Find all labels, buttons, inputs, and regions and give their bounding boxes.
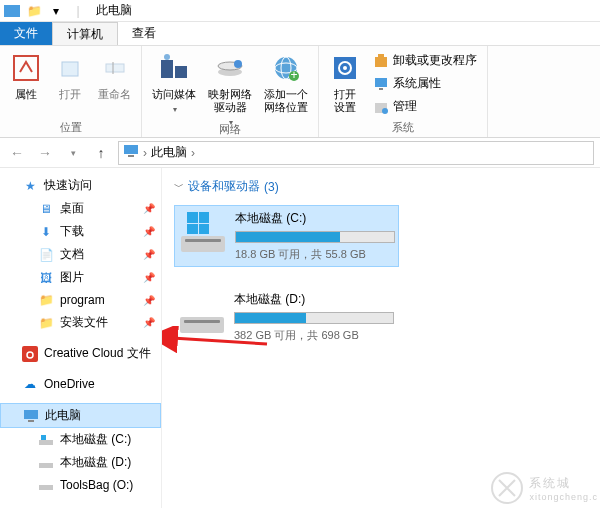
breadcrumb[interactable]: › 此电脑 › <box>118 141 594 165</box>
svg-text:+: + <box>290 68 297 82</box>
tree-toolsbag[interactable]: ToolsBag (O:) <box>0 474 161 496</box>
svg-rect-21 <box>379 88 383 90</box>
tree-this-pc[interactable]: 此电脑 <box>0 403 161 428</box>
star-icon: ★ <box>22 178 38 194</box>
pin-icon: 📌 <box>143 203 155 214</box>
pin-icon: 📌 <box>143 249 155 260</box>
settings-icon <box>329 52 361 84</box>
manage-button[interactable]: 管理 <box>369 96 481 117</box>
drive-item[interactable]: 本地磁盘 (C:) 18.8 GB 可用，共 55.8 GB <box>174 205 399 267</box>
drive-usage-bar <box>235 231 395 243</box>
nav-up-button[interactable]: ↑ <box>90 142 112 164</box>
ribbon-group-label: 系统 <box>325 120 481 135</box>
folder-icon: 📁 <box>38 292 54 308</box>
svg-rect-30 <box>39 440 53 445</box>
disk-icon <box>38 455 54 471</box>
pin-icon: 📌 <box>143 272 155 283</box>
access-media-button[interactable]: 访问媒体 <box>148 50 200 116</box>
svg-rect-28 <box>24 410 38 419</box>
tab-file[interactable]: 文件 <box>0 22 52 45</box>
svg-rect-19 <box>378 54 384 58</box>
svg-rect-0 <box>14 56 38 80</box>
title-bar: 📁 ▾ | 此电脑 <box>0 0 600 22</box>
section-count: (3) <box>264 180 279 194</box>
app-icon <box>4 5 20 17</box>
drive-stats: 382 GB 可用，共 698 GB <box>234 328 395 343</box>
tree-documents[interactable]: 📄 文档 📌 <box>0 243 161 266</box>
desktop-icon: 🖥 <box>38 201 54 217</box>
folder-icon: 📁 <box>38 315 54 331</box>
uninstall-icon <box>373 53 389 69</box>
quick-access-toolbar: 📁 ▾ | <box>24 3 88 19</box>
section-header[interactable]: ﹀ 设备和驱动器 (3) <box>174 178 588 195</box>
ribbon-group-network: 访问媒体 映射网络 驱动器 + 添加一个 网络位置 网络 <box>142 46 319 137</box>
svg-rect-20 <box>375 78 387 87</box>
tree-desktop[interactable]: 🖥 桌面 📌 <box>0 197 161 220</box>
open-settings-button[interactable]: 打开 设置 <box>325 50 365 116</box>
map-drive-icon <box>214 52 246 84</box>
tab-strip: 文件 计算机 查看 <box>0 22 600 46</box>
rename-icon <box>99 52 131 84</box>
pictures-icon: 🖼 <box>38 270 54 286</box>
svg-rect-1 <box>62 62 78 76</box>
qat-folder-icon[interactable]: 📁 <box>24 3 44 19</box>
drive-name: 本地磁盘 (C:) <box>235 210 395 227</box>
tab-computer[interactable]: 计算机 <box>52 22 118 45</box>
uninstall-button[interactable]: 卸载或更改程序 <box>369 50 481 71</box>
svg-point-17 <box>343 66 347 70</box>
breadcrumb-root[interactable]: 此电脑 <box>151 144 187 161</box>
drive-name: 本地磁盘 (D:) <box>234 291 395 308</box>
add-net-location-button[interactable]: + 添加一个 网络位置 <box>260 50 312 116</box>
tree-disk-c[interactable]: 本地磁盘 (C:) <box>0 428 161 451</box>
drive-item[interactable]: 本地磁盘 (D:) 382 GB 可用，共 698 GB <box>174 287 399 347</box>
tree-downloads[interactable]: ⬇ 下载 📌 <box>0 220 161 243</box>
open-icon <box>54 52 86 84</box>
globe-icon: + <box>270 52 302 84</box>
tree-network[interactable]: 网络 <box>0 504 161 508</box>
drive-stats: 18.8 GB 可用，共 55.8 GB <box>235 247 395 262</box>
svg-point-23 <box>382 108 388 114</box>
tree-onedrive[interactable]: ☁ OneDrive <box>0 373 161 395</box>
tree-disk-d[interactable]: 本地磁盘 (D:) <box>0 451 161 474</box>
rename-button[interactable]: 重命名 <box>94 50 135 103</box>
ribbon-group-label: 位置 <box>6 120 135 135</box>
tree-quick-access[interactable]: ★ 快速访问 <box>0 174 161 197</box>
tab-view[interactable]: 查看 <box>118 22 170 45</box>
disk-icon <box>38 432 54 448</box>
svg-rect-18 <box>375 57 387 67</box>
open-button[interactable]: 打开 <box>50 50 90 103</box>
qat-dropdown-icon[interactable]: ▾ <box>46 3 66 19</box>
svg-point-9 <box>234 60 242 68</box>
onedrive-icon: ☁ <box>22 376 38 392</box>
drives-list: 本地磁盘 (C:) 18.8 GB 可用，共 55.8 GB 本地磁盘 (D:)… <box>174 205 588 347</box>
system-props-button[interactable]: 系统属性 <box>369 73 481 94</box>
ribbon-group-label: 网络 <box>148 122 312 137</box>
tree-install-files[interactable]: 📁 安装文件 📌 <box>0 311 161 334</box>
download-icon: ⬇ <box>38 224 54 240</box>
pin-icon: 📌 <box>143 226 155 237</box>
navigation-pane[interactable]: ★ 快速访问 🖥 桌面 📌 ⬇ 下载 📌 📄 文档 📌 🖼 图片 📌 📁 pro… <box>0 168 162 508</box>
watermark: 系统城 xitongcheng.c <box>489 470 598 506</box>
tree-program[interactable]: 📁 program 📌 <box>0 289 161 311</box>
nav-back-button[interactable]: ← <box>6 142 28 164</box>
tree-creative-cloud[interactable]: Creative Cloud 文件 <box>0 342 161 365</box>
map-drive-button[interactable]: 映射网络 驱动器 <box>204 50 256 129</box>
pin-icon: 📌 <box>143 295 155 306</box>
manage-icon <box>373 99 389 115</box>
nav-forward-button[interactable]: → <box>34 142 56 164</box>
window-title: 此电脑 <box>96 2 132 19</box>
ribbon-group-location: 属性 打开 重命名 位置 <box>0 46 142 137</box>
chevron-down-icon: ﹀ <box>174 180 184 194</box>
documents-icon: 📄 <box>38 247 54 263</box>
content-pane[interactable]: ﹀ 设备和驱动器 (3) 本地磁盘 (C:) 18.8 GB 可用，共 55.8… <box>162 168 600 508</box>
svg-rect-2 <box>106 64 124 72</box>
drive-icon <box>179 210 227 252</box>
tree-pictures[interactable]: 🖼 图片 📌 <box>0 266 161 289</box>
svg-rect-4 <box>161 60 173 78</box>
nav-recent-dropdown[interactable]: ▾ <box>62 142 84 164</box>
properties-button[interactable]: 属性 <box>6 50 46 103</box>
drive-icon <box>178 291 226 333</box>
svg-rect-32 <box>39 463 53 468</box>
media-icon <box>158 52 190 84</box>
monitor-icon <box>373 76 389 92</box>
